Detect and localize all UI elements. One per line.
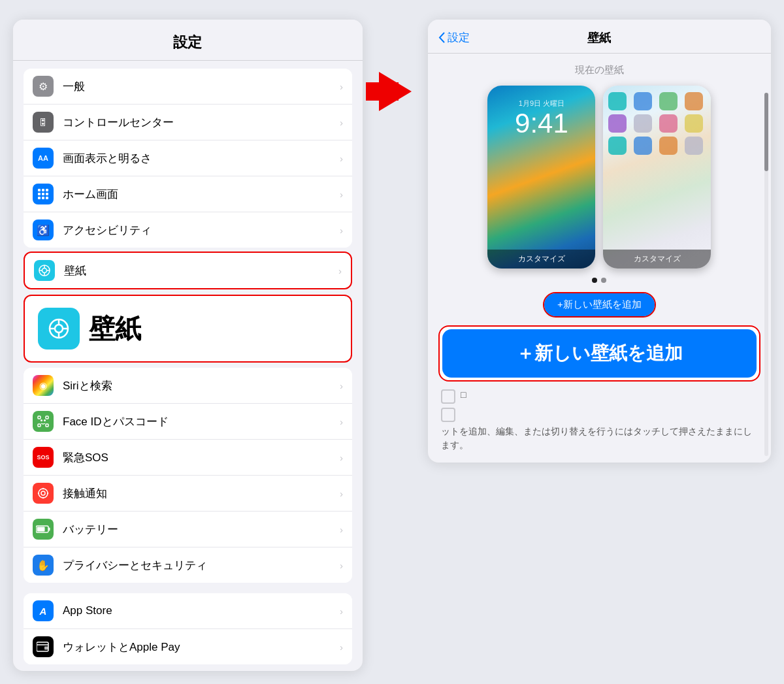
sidebar-item-privacy[interactable]: ✋ プライバシーとセキュリティ › — [24, 547, 352, 583]
direction-arrow — [379, 72, 412, 111]
sidebar-item-appstore[interactable]: A App Store › — [24, 593, 352, 629]
svg-rect-8 — [46, 197, 48, 199]
checkbox-1[interactable] — [441, 389, 455, 404]
wallpaper-label: 壁紙 — [64, 263, 338, 278]
sidebar-item-wallet[interactable]: ウォレットとApple Pay › — [24, 629, 352, 664]
sos-label: 緊急SOS — [63, 450, 340, 465]
sidebar-item-sos[interactable]: SOS 緊急SOS › — [24, 440, 352, 476]
chevron-icon: › — [340, 189, 343, 200]
chevron-icon: › — [340, 225, 343, 236]
appstore-icon: A — [33, 600, 54, 621]
svg-rect-1 — [42, 189, 44, 191]
scrollbar-thumb[interactable] — [764, 93, 768, 171]
phone-previews: 1月9日 火曜日 9:41 カスタマイズ — [438, 86, 760, 269]
chevron-icon: › — [340, 452, 343, 463]
sidebar-item-accessibility[interactable]: ♿ アクセシビリティ › — [24, 212, 352, 248]
contact-icon — [33, 483, 54, 504]
control-icon: 🎛 — [33, 112, 54, 133]
home-screen-grid — [608, 92, 706, 155]
svg-rect-6 — [38, 197, 41, 199]
chevron-icon: › — [340, 524, 343, 535]
app-icon — [659, 114, 678, 133]
sidebar-item-battery[interactable]: バッテリー › — [24, 512, 352, 547]
wallpaper-highlight-box: 壁紙 › — [24, 252, 352, 289]
sidebar-item-display[interactable]: AA 画面表示と明るさ › — [24, 140, 352, 176]
svg-point-27 — [39, 489, 48, 498]
app-icon — [634, 92, 652, 110]
svg-rect-37 — [44, 647, 48, 650]
app-icon — [634, 137, 652, 155]
svg-rect-24 — [46, 424, 48, 427]
sidebar-item-general[interactable]: ⚙ 一般 › — [24, 69, 352, 105]
back-label: 設定 — [448, 30, 470, 45]
general-icon: ⚙ — [33, 76, 54, 97]
svg-point-26 — [44, 419, 46, 421]
svg-point-32 — [47, 493, 48, 494]
chevron-icon: › — [340, 380, 343, 391]
home-icon — [33, 184, 54, 204]
svg-point-10 — [42, 269, 47, 273]
wallet-label: ウォレットとApple Pay — [63, 640, 340, 655]
chevron-icon: › — [338, 265, 342, 276]
contact-label: 接触通知 — [63, 486, 340, 501]
scrollbar-track[interactable] — [764, 93, 768, 456]
wallpaper-panel: 設定 壁紙 現在の壁紙 1月9日 火曜日 9:41 カスタマイズ — [428, 20, 771, 463]
arrow-container — [363, 20, 428, 111]
lock-date: 1月9日 火曜日 — [519, 99, 564, 108]
back-button[interactable]: 設定 — [438, 30, 470, 45]
app-icon — [685, 92, 703, 110]
sidebar-item-siri[interactable]: ◉ Siriと検索 › — [24, 368, 352, 404]
lock-customize-bar[interactable]: カスタマイズ — [487, 250, 595, 269]
svg-point-25 — [41, 419, 42, 421]
current-wallpaper-title: 現在の壁紙 — [438, 64, 760, 76]
checkbox-2[interactable] — [441, 408, 455, 422]
svg-point-31 — [38, 493, 39, 494]
svg-rect-35 — [49, 528, 50, 531]
general-label: 一般 — [63, 79, 340, 94]
wallpaper-icon — [34, 260, 55, 281]
svg-rect-4 — [42, 193, 44, 195]
sidebar-item-faceid[interactable]: Face IDとパスコード › — [24, 404, 352, 440]
home-screen-bg: カスタマイズ — [603, 86, 711, 269]
pagination-dots — [438, 278, 760, 283]
lock-time: 9:41 — [515, 110, 568, 137]
add-wallpaper-small-button[interactable]: +新しい壁紙を追加 — [544, 293, 655, 316]
add-wallpaper-small-border: +新しい壁紙を追加 — [543, 292, 656, 318]
privacy-icon: ✋ — [33, 555, 54, 576]
sidebar-item-home[interactable]: ホーム画面 › — [24, 176, 352, 212]
lock-screen-bg: 1月9日 火曜日 9:41 カスタマイズ — [487, 86, 595, 269]
home-customize-bar[interactable]: カスタマイズ — [603, 250, 711, 269]
add-wallpaper-big-button[interactable]: ＋新しい壁紙を追加 — [442, 329, 757, 378]
accessibility-icon: ♿ — [33, 220, 54, 240]
sidebar-item-wallpaper[interactable]: 壁紙 › — [25, 253, 351, 288]
home-screen-preview[interactable]: カスタマイズ — [603, 86, 711, 269]
svg-rect-0 — [38, 189, 41, 191]
svg-point-30 — [42, 497, 44, 498]
svg-point-29 — [42, 488, 44, 489]
display-label: 画面表示と明るさ — [63, 151, 340, 166]
chevron-icon: › — [340, 416, 343, 427]
svg-rect-3 — [38, 193, 41, 195]
faceid-label: Face IDとパスコード — [63, 414, 340, 429]
battery-icon — [33, 519, 54, 540]
wallpaper-content: 現在の壁紙 1月9日 火曜日 9:41 カスタマイズ — [428, 54, 771, 463]
add-wallpaper-big-container: ＋新しい壁紙を追加 — [438, 325, 760, 382]
sidebar-item-contact[interactable]: 接触通知 › — [24, 476, 352, 512]
accessibility-label: アクセシビリティ — [63, 223, 340, 238]
desc-row-2 — [441, 406, 758, 422]
appstore-label: App Store — [63, 604, 340, 617]
chevron-icon: › — [340, 560, 343, 571]
sidebar-item-control[interactable]: 🎛 コントロールセンター › — [24, 105, 352, 140]
wallpaper-callout: 壁紙 — [24, 295, 352, 363]
wallet-icon — [33, 636, 54, 657]
app-icon — [608, 137, 627, 155]
callout-label: 壁紙 — [89, 311, 141, 347]
svg-rect-21 — [38, 416, 41, 419]
add-wallpaper-small-container: +新しい壁紙を追加 — [438, 292, 760, 318]
desc-row-1: □ — [441, 388, 758, 404]
svg-rect-2 — [46, 189, 48, 191]
lock-screen-preview[interactable]: 1月9日 火曜日 9:41 カスタマイズ — [487, 86, 595, 269]
svg-rect-5 — [46, 193, 48, 195]
chevron-icon: › — [340, 642, 343, 653]
chevron-icon: › — [340, 488, 343, 499]
